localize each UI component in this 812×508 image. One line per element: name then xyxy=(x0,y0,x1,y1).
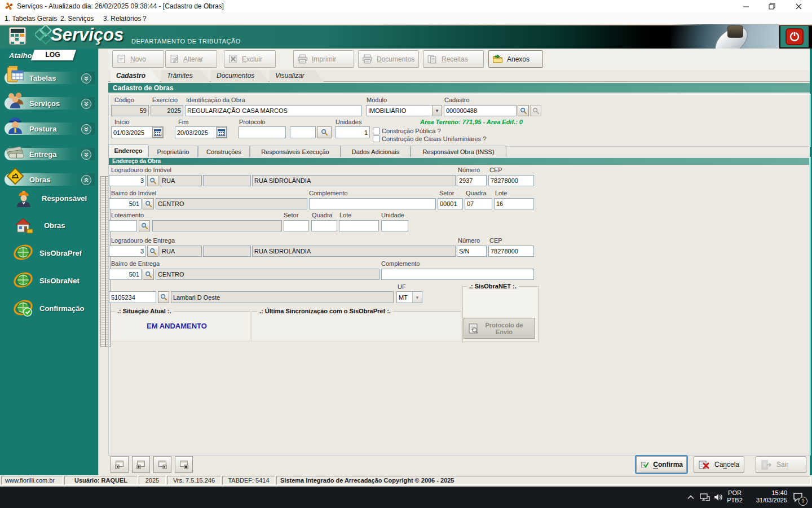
protocolo-field[interactable] xyxy=(239,126,286,138)
protocolo-envio-button[interactable]: Protocolo de Envio xyxy=(464,318,535,339)
notification-center-button[interactable]: 1 xyxy=(788,487,809,508)
bairro-entrega-complemento-field[interactable] xyxy=(381,269,534,280)
chevron-down-icon[interactable] xyxy=(81,124,91,134)
bairro-imovel-codigo-field[interactable] xyxy=(109,198,142,209)
modulo-select[interactable]: IMOBILIÁRIO ▾ xyxy=(366,105,442,116)
alterar-button[interactable]: Alterar xyxy=(165,50,217,68)
chevron-up-icon[interactable] xyxy=(81,175,91,185)
logradouro-entrega-nome-field[interactable] xyxy=(252,246,456,257)
subtab-responsavel-obra-inss[interactable]: Responsável Obra (INSS) xyxy=(411,146,506,157)
identificacao-field[interactable] xyxy=(185,105,361,116)
logradouro-entrega-search-button[interactable] xyxy=(147,246,158,257)
logradouro-imovel-search-button[interactable] xyxy=(147,175,158,186)
novo-button[interactable]: Novo xyxy=(112,50,164,68)
imprimir-button[interactable]: Imprimir xyxy=(293,50,354,68)
cadastro-field[interactable] xyxy=(444,105,517,116)
cancela-button[interactable]: Cancela xyxy=(694,456,744,473)
bairro-imovel-complemento-field[interactable] xyxy=(309,198,436,209)
tab-visualizar[interactable]: Visualizar xyxy=(270,70,324,82)
cadastro-search-button[interactable] xyxy=(518,105,529,116)
quadra-field[interactable] xyxy=(465,198,492,209)
anexos-button[interactable]: Anexos xyxy=(488,50,543,68)
menu-relatorios[interactable]: 3. Relatórios xyxy=(103,15,141,23)
menu-servicos[interactable]: 2. Serviços xyxy=(60,15,94,23)
inicio-calendar-button[interactable] xyxy=(152,127,163,138)
bairro-entrega-search-button[interactable] xyxy=(143,269,154,280)
tray-volume-button[interactable] xyxy=(712,487,725,508)
next-record-button[interactable] xyxy=(153,456,171,473)
sidebar-item-sisobranet[interactable]: SisObraNet xyxy=(39,277,80,285)
subtab-responsaveis-execucao[interactable]: Responsáveis Execução xyxy=(250,146,341,157)
menu-tabelas-gerais[interactable]: 1. Tabelas Gerais xyxy=(5,15,57,23)
sidebar-item-responsavel[interactable]: Responsável xyxy=(42,194,87,203)
excluir-button[interactable]: Excluir xyxy=(224,50,276,68)
bairro-entrega-codigo-field[interactable] xyxy=(109,269,142,280)
uf-select[interactable]: MT ▾ xyxy=(396,291,422,303)
confirma-button[interactable]: Confirma xyxy=(636,456,687,473)
municipio-search-button[interactable] xyxy=(158,291,169,303)
construcao-publica-checkbox[interactable] xyxy=(373,128,379,134)
lote-field[interactable] xyxy=(494,198,534,209)
sidebar-item-sisobrapref[interactable]: SisObraPref xyxy=(39,249,82,257)
setor-field[interactable] xyxy=(438,198,463,209)
tray-network-button[interactable] xyxy=(698,487,712,508)
logradouro-imovel-nome-field[interactable] xyxy=(252,175,456,186)
logradouro-entrega-tipo-field[interactable] xyxy=(160,246,202,257)
tray-chevron-button[interactable] xyxy=(683,487,698,508)
tab-documentos[interactable]: Documentos xyxy=(211,70,268,82)
bairro-imovel-search-button[interactable] xyxy=(143,198,154,209)
municipio-codigo-field[interactable] xyxy=(109,291,156,303)
logradouro-imovel-cep-field[interactable] xyxy=(488,175,534,186)
sidebar-item-obras[interactable]: Obras xyxy=(44,221,65,230)
subtab-construcoes[interactable]: Construções xyxy=(198,146,250,157)
chevron-down-icon[interactable] xyxy=(81,150,91,160)
receitas-button[interactable]: Receitas xyxy=(423,50,484,68)
logradouro-entrega-titulo-field[interactable] xyxy=(203,246,251,257)
logradouro-imovel-titulo-field[interactable] xyxy=(203,175,251,186)
logradouro-entrega-codigo-field[interactable] xyxy=(109,246,146,257)
documentos-button[interactable]: Documentos xyxy=(358,50,419,68)
municipio-nome-field[interactable] xyxy=(171,291,394,303)
bairro-entrega-nome-field[interactable] xyxy=(156,269,379,280)
insert-record-button[interactable] xyxy=(132,456,150,473)
first-record-button[interactable] xyxy=(111,456,129,473)
logradouro-imovel-numero-field[interactable] xyxy=(457,175,487,186)
menu-help[interactable]: ? xyxy=(143,15,147,23)
protocolo-search-button[interactable] xyxy=(317,126,332,138)
minimize-button[interactable] xyxy=(733,0,759,12)
tab-tramites[interactable]: Trâmites xyxy=(161,70,210,82)
casas-unifamiliares-checkbox[interactable] xyxy=(373,135,379,142)
splitter-scrollbar[interactable] xyxy=(100,176,105,347)
logradouro-entrega-cep-field[interactable] xyxy=(488,246,534,257)
loteamento-codigo-field[interactable] xyxy=(109,220,137,231)
protocolo2-field[interactable] xyxy=(290,126,316,138)
loteamento-search-button[interactable] xyxy=(139,220,150,231)
loteamento-unidade-field[interactable] xyxy=(381,220,408,231)
logradouro-entrega-numero-field[interactable] xyxy=(457,246,487,257)
exercicio-field[interactable] xyxy=(151,105,183,116)
chevron-down-icon[interactable] xyxy=(81,99,91,109)
post-record-button[interactable] xyxy=(175,456,193,473)
power-button[interactable] xyxy=(780,26,809,47)
sidebar-log-tab[interactable]: LOG xyxy=(31,50,76,60)
sidebar-item-confirmacao[interactable]: Confirmação xyxy=(39,304,84,313)
codigo-field[interactable] xyxy=(111,105,149,116)
loteamento-setor-field[interactable] xyxy=(284,220,309,231)
subtab-endereco[interactable]: Endereço xyxy=(108,144,148,157)
loteamento-quadra-field[interactable] xyxy=(311,220,337,231)
restore-button[interactable] xyxy=(759,0,785,12)
fim-calendar-button[interactable] xyxy=(216,127,227,138)
chevron-down-icon[interactable] xyxy=(81,73,91,84)
logradouro-imovel-tipo-field[interactable] xyxy=(160,175,202,186)
close-button[interactable] xyxy=(785,0,812,12)
tray-language[interactable]: POR PTB2 xyxy=(725,489,744,504)
cadastro-search2-button[interactable] xyxy=(530,105,541,116)
unidades-field[interactable] xyxy=(335,126,370,138)
loteamento-nome-field[interactable] xyxy=(152,220,282,231)
sair-button[interactable]: Sair xyxy=(756,456,806,473)
subtab-proprietario[interactable]: Proprietário xyxy=(148,146,198,157)
bairro-imovel-nome-field[interactable] xyxy=(156,198,307,209)
tray-clock[interactable]: 15:40 31/03/2025 xyxy=(745,489,787,504)
subtab-dados-adicionais[interactable]: Dados Adicionais xyxy=(341,146,411,157)
logradouro-imovel-codigo-field[interactable] xyxy=(109,175,146,186)
